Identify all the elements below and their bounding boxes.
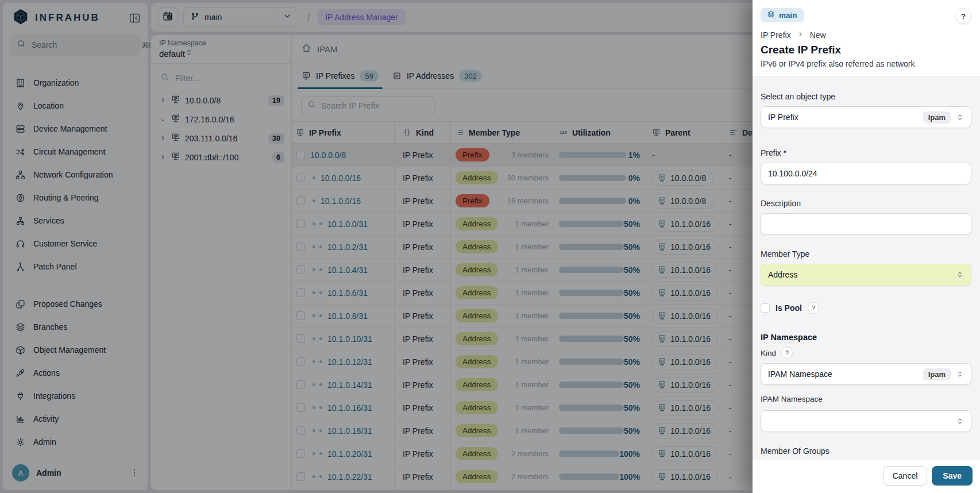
member-type-select[interactable]: Address [761, 264, 971, 286]
breadcrumb-current: New [810, 30, 826, 40]
prefix-field [761, 163, 971, 184]
object-type-kind-badge: Ipam [923, 111, 951, 124]
description-field-label: Description [761, 199, 971, 208]
member-type-label: Member Type [761, 249, 971, 259]
member-of-groups-label: Member Of Groups [761, 446, 971, 456]
drawer-branch-name: main [779, 11, 797, 20]
chevrons-up-down-icon [956, 417, 964, 425]
ipam-namespace-select[interactable] [761, 410, 971, 432]
ip-namespace-section-title: IP Namespace [761, 333, 971, 342]
modal-overlay[interactable] [0, 0, 753, 493]
breadcrumb-parent[interactable]: IP Prefix [761, 30, 791, 40]
description-field [761, 213, 971, 235]
chevrons-up-down-icon [956, 370, 964, 378]
kind-label: Kind [761, 349, 776, 357]
object-type-select[interactable]: IP Prefix Ipam [761, 106, 971, 128]
ipam-namespace-label: IPAM Namespace [761, 395, 971, 403]
create-prefix-drawer: main ? IP Prefix New Create IP Prefix IP… [753, 0, 980, 493]
help-button[interactable]: ? [955, 8, 971, 24]
layers-icon [767, 10, 775, 20]
chevrons-up-down-icon [956, 271, 964, 279]
object-type-value: IP Prefix [768, 113, 798, 122]
member-type-value: Address [768, 270, 797, 279]
drawer-footer: Cancel Save [753, 460, 980, 493]
chevrons-up-down-icon [956, 370, 964, 378]
drawer-header: main ? IP Prefix New Create IP Prefix IP… [753, 0, 980, 76]
is-pool-label: Is Pool [775, 303, 802, 313]
prefix-field-label: Prefix * [761, 148, 971, 157]
drawer-form: Select an object type IP Prefix Ipam Pre… [753, 76, 980, 460]
is-pool-help-icon[interactable]: ? [808, 302, 819, 314]
description-input[interactable] [768, 219, 964, 229]
app-root: INFRAHUB ⌘K OrganizationLocationDevice M… [0, 0, 980, 493]
kind-value: IPAM Namespace [768, 369, 832, 379]
kind-kind-badge: Ipam [923, 368, 951, 380]
chevrons-up-down-icon [956, 113, 964, 121]
object-type-label: Select an object type [761, 92, 971, 101]
chevron-right-icon [797, 30, 804, 38]
prefix-input[interactable] [768, 169, 964, 178]
chevron-right-icon [797, 30, 804, 40]
cancel-button[interactable]: Cancel [883, 466, 928, 486]
chevrons-up-down-icon [956, 113, 964, 121]
drawer-branch-badge: main [761, 8, 804, 22]
kind-select[interactable]: IPAM Namespace Ipam [761, 363, 971, 385]
kind-help-icon[interactable]: ? [781, 347, 793, 359]
layers-icon [767, 10, 775, 18]
chevrons-up-down-icon [956, 271, 964, 279]
chevrons-up-down-icon [956, 417, 964, 425]
drawer-subtitle: IPv6 or IPv4 prefix also referred as net… [761, 59, 971, 68]
save-button[interactable]: Save [932, 466, 973, 486]
drawer-breadcrumb: IP Prefix New [761, 30, 971, 40]
drawer-title: Create IP Prefix [761, 44, 971, 56]
is-pool-checkbox[interactable] [761, 303, 770, 313]
